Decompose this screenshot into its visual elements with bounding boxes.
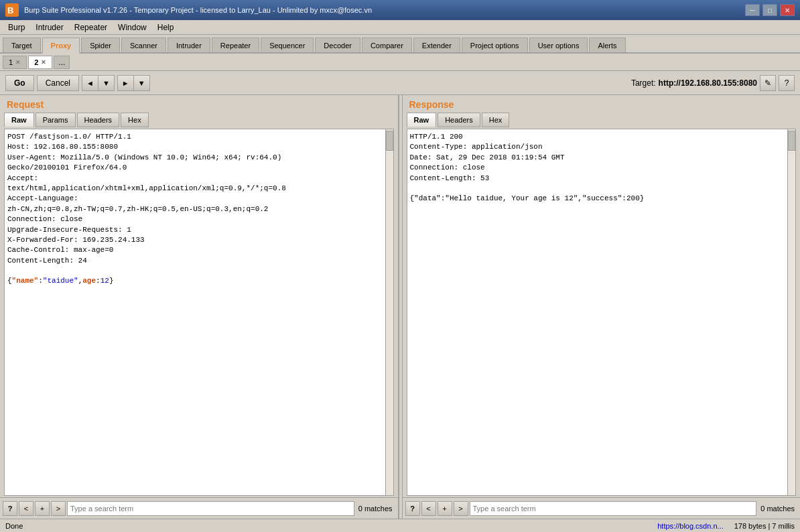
request-scrollbar[interactable] <box>385 129 393 495</box>
tab-intruder[interactable]: Intruder <box>168 38 210 52</box>
nav-prev-drop-button[interactable]: ▼ <box>98 75 115 91</box>
response-content-area: HTTP/1.1 200 Content-Type: application/j… <box>407 129 797 496</box>
tab-proxy[interactable]: Proxy <box>42 38 80 54</box>
target-label: Target: <box>631 78 656 88</box>
nav-prev-button[interactable]: ◄ <box>82 75 98 91</box>
response-search-input[interactable] <box>470 501 757 516</box>
response-text[interactable]: HTTP/1.1 200 Content-Type: application/j… <box>407 129 788 495</box>
title-bar: B Burp Suite Professional v1.7.26 - Temp… <box>0 0 800 20</box>
request-search-next-plus[interactable]: + <box>35 501 50 516</box>
menu-burp[interactable]: Burp <box>3 21 30 34</box>
menu-bar: Burp Intruder Repeater Window Help <box>0 20 800 35</box>
request-panel: Request Raw Params Headers Hex POST /fas… <box>0 95 399 519</box>
minimize-button[interactable]: ─ <box>745 4 760 16</box>
main-content: Request Raw Params Headers Hex POST /fas… <box>0 95 800 519</box>
edit-icon[interactable]: ✎ <box>760 75 776 91</box>
request-search-next[interactable]: > <box>51 501 66 516</box>
help-icon[interactable]: ? <box>779 75 795 91</box>
maximize-button[interactable]: □ <box>762 4 777 16</box>
sub-tab-more[interactable]: ... <box>54 56 70 69</box>
response-tab-hex[interactable]: Hex <box>482 113 510 127</box>
nav-next-button[interactable]: ► <box>117 75 133 91</box>
response-tab-headers[interactable]: Headers <box>438 113 480 127</box>
app-icon: B <box>5 3 19 17</box>
menu-intruder[interactable]: Intruder <box>30 21 68 34</box>
response-search-next-plus[interactable]: + <box>438 501 452 516</box>
request-tab-hex[interactable]: Hex <box>121 113 149 127</box>
svg-text:B: B <box>7 5 13 15</box>
tab-target[interactable]: Target <box>3 38 41 52</box>
response-tabs: Raw Headers Hex <box>403 113 801 127</box>
window-title: Burp Suite Professional v1.7.26 - Tempor… <box>24 6 372 14</box>
response-search-next[interactable]: > <box>454 501 468 516</box>
request-tabs: Raw Params Headers Hex <box>0 113 398 127</box>
response-search-matches: 0 matches <box>758 505 797 513</box>
status-size: 178 bytes | 7 millis <box>734 522 795 530</box>
menu-help[interactable]: Help <box>152 21 180 34</box>
response-search-prev[interactable]: < <box>421 501 436 516</box>
response-scrollbar[interactable] <box>787 129 795 495</box>
request-tab-raw[interactable]: Raw <box>4 113 34 127</box>
toolbar: Go Cancel ◄ ▼ ► ▼ Target: http://192.168… <box>0 71 800 95</box>
tab-extender[interactable]: Extender <box>413 38 460 52</box>
request-search-bar: ? < + > 0 matches <box>0 497 398 519</box>
tab-scanner[interactable]: Scanner <box>121 38 166 52</box>
response-search-bar: ? < + > 0 matches <box>403 497 801 519</box>
menu-repeater[interactable]: Repeater <box>69 21 113 34</box>
request-search-input[interactable] <box>67 501 354 516</box>
response-title: Response <box>403 95 801 113</box>
main-tab-bar: Target Proxy Spider Scanner Intruder Rep… <box>0 35 800 54</box>
status-bar: Done https://blog.csdn.n... 178 bytes | … <box>0 519 800 532</box>
tab-alerts[interactable]: Alerts <box>589 38 625 52</box>
tab-user-options[interactable]: User options <box>529 38 588 52</box>
tab-comparer[interactable]: Comparer <box>362 38 412 52</box>
sub-tab-2-close[interactable]: ✕ <box>41 59 46 66</box>
nav-next-drop-button[interactable]: ▼ <box>133 75 150 91</box>
response-panel: Response Raw Headers Hex HTTP/1.1 200 Co… <box>403 95 801 519</box>
sub-tab-1-close[interactable]: ✕ <box>15 59 21 66</box>
request-search-matches: 0 matches <box>356 505 395 513</box>
request-title: Request <box>0 95 398 113</box>
menu-window[interactable]: Window <box>113 21 152 34</box>
sub-tab-2[interactable]: 2 ✕ <box>28 56 52 69</box>
cancel-button[interactable]: Cancel <box>37 75 79 91</box>
status-left: Done <box>5 522 23 530</box>
tab-project-options[interactable]: Project options <box>462 38 528 52</box>
tab-spider[interactable]: Spider <box>81 38 120 52</box>
response-tab-raw[interactable]: Raw <box>407 113 437 127</box>
request-search-prev[interactable]: < <box>19 501 34 516</box>
close-button[interactable]: ✕ <box>780 4 795 16</box>
tab-sequencer[interactable]: Sequencer <box>261 38 314 52</box>
request-tab-params[interactable]: Params <box>36 113 76 127</box>
request-text[interactable]: POST /fastjson-1.0/ HTTP/1.1 Host: 192.1… <box>5 129 385 495</box>
status-url: https://blog.csdn.n... <box>657 522 723 530</box>
go-button[interactable]: Go <box>5 75 34 91</box>
tab-decoder[interactable]: Decoder <box>315 38 360 52</box>
request-content-area: POST /fastjson-1.0/ HTTP/1.1 Host: 192.1… <box>4 129 394 496</box>
request-tab-headers[interactable]: Headers <box>77 113 120 127</box>
response-search-help[interactable]: ? <box>405 501 420 516</box>
sub-tab-bar: 1 ✕ 2 ✕ ... <box>0 54 800 71</box>
sub-tab-1[interactable]: 1 ✕ <box>3 56 27 69</box>
tab-repeater[interactable]: Repeater <box>212 38 259 52</box>
request-search-help[interactable]: ? <box>3 501 17 516</box>
target-url: http://192.168.80.155:8080 <box>659 78 757 88</box>
